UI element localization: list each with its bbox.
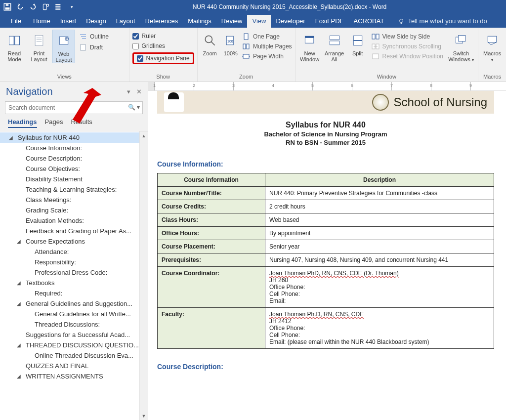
- zoom-button[interactable]: Zoom: [201, 30, 219, 56]
- ruler-checkbox[interactable]: Ruler: [132, 33, 194, 40]
- collapse-icon[interactable]: ◢: [9, 135, 13, 140]
- switch-windows-button[interactable]: Switch Windows ▾: [447, 30, 475, 63]
- heading-item[interactable]: Required:: [0, 288, 148, 298]
- table-row: Course Coordinator:Joan Thoman PhD, RN, …: [158, 267, 494, 308]
- collapse-icon[interactable]: ◢: [17, 374, 21, 379]
- heading-item[interactable]: Attendance:: [0, 247, 148, 257]
- macros-button[interactable]: Macros▾: [481, 30, 503, 63]
- heading-item[interactable]: QUIZZES AND FINAL: [0, 361, 148, 371]
- tab-references[interactable]: References: [140, 15, 183, 28]
- navigation-search[interactable]: 🔍 ▾: [5, 101, 143, 114]
- redo-icon[interactable]: [29, 2, 38, 11]
- search-input[interactable]: [5, 101, 143, 114]
- navigation-close-icon[interactable]: ✕: [136, 88, 142, 95]
- split-button[interactable]: Split: [348, 30, 368, 56]
- nav-tab-results[interactable]: Results: [71, 118, 92, 128]
- ribbon: Read Mode Print Layout Web Layout Outlin…: [0, 28, 506, 82]
- heading-item[interactable]: Course Information:: [0, 143, 148, 153]
- navigation-pane-checkbox[interactable]: Navigation Pane: [137, 55, 190, 62]
- heading-item[interactable]: Teaching & Learning Strategies:: [0, 184, 148, 195]
- heading-item[interactable]: ◢Course Expectations: [0, 236, 148, 247]
- print-layout-button[interactable]: Print Layout: [28, 30, 50, 62]
- tab-design[interactable]: Design: [81, 15, 111, 28]
- collapse-icon[interactable]: ◢: [17, 342, 21, 348]
- ribbon-tabs: File Home Insert Design Layout Reference…: [0, 14, 506, 28]
- tab-acrobat[interactable]: ACROBAT: [348, 15, 389, 28]
- heading-item[interactable]: Suggestions for a Successful Acad...: [0, 330, 148, 340]
- banner-image: School of Nursing: [157, 91, 494, 114]
- navigation-menu-icon[interactable]: ▾: [127, 88, 130, 95]
- heading-item[interactable]: Evaluation Methods:: [0, 215, 148, 226]
- group-views: Read Mode Print Layout Web Layout Outlin…: [0, 28, 129, 82]
- heading-item[interactable]: Online Threaded Discussion Eva...: [0, 350, 148, 361]
- heading-item[interactable]: ◢THREADED DISCUSSION QUESTIO...: [0, 340, 148, 350]
- heading-item[interactable]: Grading Scale:: [0, 205, 148, 215]
- undo-icon[interactable]: [16, 2, 25, 11]
- tab-view[interactable]: View: [247, 15, 271, 28]
- search-icon[interactable]: 🔍 ▾: [128, 104, 140, 111]
- heading-item[interactable]: ◢Syllabus for NUR 440: [0, 132, 148, 143]
- nav-tab-headings[interactable]: Headings: [8, 118, 37, 128]
- view-side-by-side-button[interactable]: View Side by Side: [372, 33, 443, 41]
- heading-item[interactable]: Course Description:: [0, 153, 148, 164]
- heading-label: Suggestions for a Successful Acad...: [26, 331, 130, 338]
- heading-item[interactable]: ◢General Guidelines and Suggestion...: [0, 298, 148, 309]
- horizontal-ruler[interactable]: 123456789: [148, 82, 506, 91]
- table-cell-value: Senior year: [265, 240, 494, 253]
- collapse-icon[interactable]: ◢: [17, 301, 21, 306]
- table-cell-key: Course Placement:: [158, 240, 265, 253]
- headings-list: ▲ ▼ ◢Syllabus for NUR 440Course Informat…: [0, 131, 148, 420]
- zoom-100-button[interactable]: 100 100%: [221, 30, 240, 56]
- tell-me-search[interactable]: Tell me what you want to do: [398, 17, 487, 28]
- svg-rect-9: [401, 22, 402, 24]
- read-mode-button[interactable]: Read Mode: [3, 30, 26, 62]
- tab-developer[interactable]: Developer: [271, 15, 310, 28]
- table-cell-value: Joan Thoman PhD, RN, CNS, CDE (Dr. Thoma…: [265, 267, 494, 308]
- multiple-pages-button[interactable]: Multiple Pages: [242, 42, 292, 50]
- nav-scrollbar[interactable]: ▲ ▼: [139, 131, 148, 420]
- scroll-down-icon[interactable]: ▼: [140, 412, 148, 420]
- tab-layout[interactable]: Layout: [111, 15, 140, 28]
- heading-item[interactable]: Professional Dress Code:: [0, 267, 148, 278]
- collapse-icon[interactable]: ◢: [17, 280, 21, 286]
- tab-review[interactable]: Review: [216, 15, 248, 28]
- heading-item[interactable]: ◢Textbooks: [0, 278, 148, 288]
- draft-button[interactable]: Draft: [79, 43, 109, 51]
- tab-file[interactable]: File: [4, 15, 28, 28]
- tab-foxit[interactable]: Foxit PDF: [310, 15, 349, 28]
- collapse-icon[interactable]: ◢: [17, 239, 21, 244]
- customize-qat-icon[interactable]: [54, 2, 63, 11]
- tab-home[interactable]: Home: [28, 15, 55, 28]
- web-layout-button[interactable]: Web Layout: [52, 30, 75, 63]
- arrange-all-button[interactable]: Arrange All: [323, 30, 346, 62]
- page-width-button[interactable]: Page Width: [242, 52, 292, 60]
- outline-button[interactable]: Outline: [79, 33, 109, 41]
- navigation-title: Navigation: [6, 86, 53, 97]
- heading-item[interactable]: Feedback and Grading of Paper As...: [0, 226, 148, 236]
- table-cell-value: By appointment: [265, 227, 494, 240]
- nav-tab-pages[interactable]: Pages: [45, 118, 63, 128]
- print-layout-icon: [31, 32, 47, 49]
- heading-item[interactable]: Course Objectives:: [0, 164, 148, 174]
- workspace: Navigation ▾ ✕ 🔍 ▾ Headings Pages Result…: [0, 82, 506, 420]
- scroll-up-icon[interactable]: ▲: [140, 131, 148, 140]
- tab-insert[interactable]: Insert: [55, 15, 82, 28]
- heading-item[interactable]: General Guidelines for all Writte...: [0, 309, 148, 319]
- qat-dropdown-icon[interactable]: ▾: [67, 2, 76, 11]
- heading-item[interactable]: Threaded Discussions:: [0, 319, 148, 330]
- heading-label: Class Meetings:: [26, 196, 71, 204]
- svg-rect-36: [330, 41, 339, 45]
- heading-item[interactable]: Disability Statement: [0, 174, 148, 184]
- new-window-button[interactable]: New Window: [298, 30, 321, 62]
- heading-item[interactable]: Responsibility:: [0, 257, 148, 267]
- save-icon[interactable]: [3, 2, 12, 11]
- tab-mailings[interactable]: Mailings: [183, 15, 216, 28]
- heading-item[interactable]: ◢WRITTEN ASSIGNMENTS: [0, 371, 148, 381]
- touch-mode-icon[interactable]: [42, 2, 50, 11]
- svg-rect-34: [305, 36, 314, 38]
- gridlines-checkbox[interactable]: Gridlines: [132, 42, 194, 49]
- zoom-100-icon: 100: [223, 32, 239, 49]
- svg-rect-7: [55, 8, 60, 9]
- heading-item[interactable]: Class Meetings:: [0, 195, 148, 205]
- one-page-button[interactable]: One Page: [242, 33, 292, 41]
